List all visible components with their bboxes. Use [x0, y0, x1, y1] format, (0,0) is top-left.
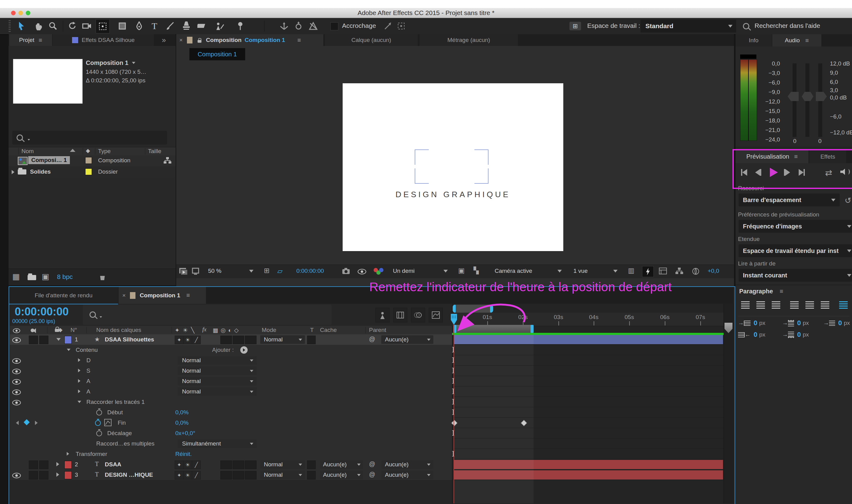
- shape-blend-mode-dropdown[interactable]: Normal: [178, 356, 257, 365]
- layer2-duration-bar[interactable]: [454, 460, 723, 469]
- tab-calque[interactable]: Calque (aucun): [325, 34, 418, 46]
- eye-icon[interactable]: [12, 390, 21, 395]
- snap-option-icon[interactable]: [381, 19, 395, 33]
- last-frame-button[interactable]: [799, 169, 805, 176]
- blend-mode-dropdown[interactable]: Normal: [260, 471, 305, 479]
- project-search-field[interactable]: [12, 131, 167, 145]
- expression-graph-icon[interactable]: [104, 419, 111, 426]
- brush-tool-icon[interactable]: [164, 19, 177, 33]
- shy-switch-icon[interactable]: ✦: [175, 471, 184, 480]
- eye-icon[interactable]: [12, 369, 21, 374]
- preserve-transparency-checkbox[interactable]: [307, 471, 316, 480]
- pickwhip-icon[interactable]: @: [369, 471, 375, 478]
- snapshot-icon[interactable]: [342, 268, 350, 275]
- close-tab-icon[interactable]: ×: [122, 292, 126, 299]
- quality-switch-icon[interactable]: ╱: [192, 471, 201, 480]
- project-bpc[interactable]: 8 bpc: [57, 273, 73, 281]
- space-before-field[interactable]: → 0 px: [782, 319, 809, 327]
- timeline-navigator[interactable]: [453, 305, 493, 313]
- eraser-tool-icon[interactable]: [195, 19, 209, 33]
- layer-name[interactable]: DSAA Silhouettes: [105, 336, 154, 343]
- world-axis-mode-icon[interactable]: [292, 19, 305, 33]
- panel-menu-icon[interactable]: ≡: [794, 153, 798, 160]
- composition-mini-flowchart-icon[interactable]: [376, 308, 389, 322]
- group-label[interactable]: Raccorder les tracés 1: [86, 399, 145, 406]
- timeline-current-timecode[interactable]: 0:00:00:00: [15, 305, 69, 318]
- collapse-group-icon[interactable]: [77, 401, 81, 403]
- shape-blend-mode-dropdown[interactable]: Normal: [178, 387, 257, 396]
- tab-previsualisation[interactable]: Prévisualisation ≡: [735, 150, 808, 163]
- label-color-swatch[interactable]: [85, 168, 92, 175]
- expand-group-icon[interactable]: [78, 390, 81, 393]
- property-row-fin[interactable]: Fin 0,0%: [10, 418, 452, 428]
- eye-icon[interactable]: [12, 379, 21, 384]
- tab-audio[interactable]: Audio ≡: [772, 34, 821, 47]
- canvas-text[interactable]: DESIGN GRAPHIQUE: [376, 190, 529, 199]
- close-tab-icon[interactable]: ×: [179, 37, 182, 43]
- label-color-swatch[interactable]: [85, 157, 92, 164]
- space-after-field[interactable]: → 0 px: [782, 331, 809, 339]
- selection-tool-icon[interactable]: [15, 19, 28, 33]
- loop-icon[interactable]: ⇄: [825, 168, 832, 178]
- help-search-icon[interactable]: [743, 23, 749, 31]
- expand-group-icon[interactable]: [78, 379, 81, 383]
- quality-switch-icon[interactable]: ╱: [192, 336, 201, 344]
- pixel-aspect-correction-icon[interactable]: ▥: [628, 267, 634, 274]
- blend-mode-dropdown[interactable]: Normal: [260, 460, 305, 469]
- snap-mask-icon[interactable]: [395, 19, 408, 33]
- tab-metrage[interactable]: Métrage (aucun): [420, 34, 518, 46]
- col-taille[interactable]: Taille: [148, 148, 161, 155]
- pan-behind-tool-icon[interactable]: [95, 19, 110, 33]
- shape-group-row-s[interactable]: S Normal: [10, 365, 452, 376]
- shape-blend-mode-dropdown[interactable]: Normal: [178, 377, 257, 385]
- quality-switch-icon[interactable]: ╱: [192, 461, 201, 469]
- property-label[interactable]: Décalage: [107, 430, 132, 437]
- stopwatch-icon[interactable]: [96, 431, 102, 436]
- expand-group-icon[interactable]: [67, 452, 69, 456]
- layer-color-swatch[interactable]: [64, 461, 72, 469]
- reset-icon[interactable]: ↺: [845, 196, 851, 205]
- zoom-tool-icon[interactable]: [46, 19, 59, 33]
- camera-view-value[interactable]: Caméra active: [495, 268, 532, 274]
- shape-group-row-d[interactable]: D Normal: [10, 355, 452, 366]
- play-button[interactable]: [770, 168, 778, 177]
- blend-mode-dropdown[interactable]: Normal: [260, 335, 305, 344]
- audio-vu-meter[interactable]: [740, 59, 757, 141]
- tab-projet[interactable]: Projet ≡: [9, 34, 52, 46]
- parent-dropdown[interactable]: Aucun(e): [381, 460, 433, 469]
- justify-last-right-button[interactable]: [821, 301, 829, 309]
- group-label[interactable]: Transformer: [76, 451, 107, 457]
- align-left-button[interactable]: [741, 301, 750, 309]
- toolbar-grip[interactable]: [8, 20, 11, 32]
- motion-blur-toggle-icon[interactable]: [411, 308, 425, 322]
- paragraph-panel-header[interactable]: Paragraphe ≡: [739, 288, 783, 295]
- property-label[interactable]: Fin: [118, 419, 126, 426]
- layer-row-1[interactable]: 1 ★ DSAA Silhouettes ✦ ☀ ╱ Normal @ Aucu…: [10, 335, 452, 345]
- viewer-timecode[interactable]: 0:00:00:00: [296, 268, 324, 274]
- shy-switch-icon[interactable]: ✦: [175, 336, 184, 344]
- tab-render-queue[interactable]: File d'attente de rendu: [9, 287, 118, 304]
- framerate-dropdown[interactable]: Fréquence d'images: [738, 220, 852, 233]
- shortcut-dropdown[interactable]: Barre d'espacement: [738, 194, 840, 206]
- work-area-end-handle[interactable]: [531, 325, 534, 333]
- collapse-group-icon[interactable]: [67, 349, 70, 351]
- track-matte-dropdown[interactable]: Aucun(e): [320, 460, 363, 469]
- align-right-button[interactable]: [772, 301, 780, 309]
- more-switch-icons[interactable]: ▦◎◐◇: [213, 327, 241, 334]
- tab-timeline-composition[interactable]: × Composition 1 ≡: [119, 287, 206, 304]
- primary-viewer-icon[interactable]: [192, 267, 200, 275]
- tag-column-icon[interactable]: ◆: [86, 147, 90, 154]
- eye-icon[interactable]: [12, 473, 21, 478]
- align-center-button[interactable]: [757, 301, 765, 309]
- choose-grid-icon[interactable]: ⊞: [264, 267, 269, 274]
- type-tool-icon[interactable]: T: [148, 19, 161, 33]
- trim-multiple-dropdown[interactable]: Simultanément: [178, 439, 257, 448]
- col-mode[interactable]: Mode: [262, 327, 276, 334]
- roto-brush-tool-icon[interactable]: [213, 19, 226, 33]
- tag-column-icon[interactable]: ◆: [58, 326, 63, 333]
- graph-editor-icon[interactable]: [429, 308, 443, 322]
- layer1-duration-bar[interactable]: [454, 335, 723, 344]
- col-parent[interactable]: Parent: [369, 327, 386, 334]
- property-value[interactable]: 0x+0,0°: [175, 430, 195, 437]
- panel-menu-icon[interactable]: ≡: [186, 292, 190, 299]
